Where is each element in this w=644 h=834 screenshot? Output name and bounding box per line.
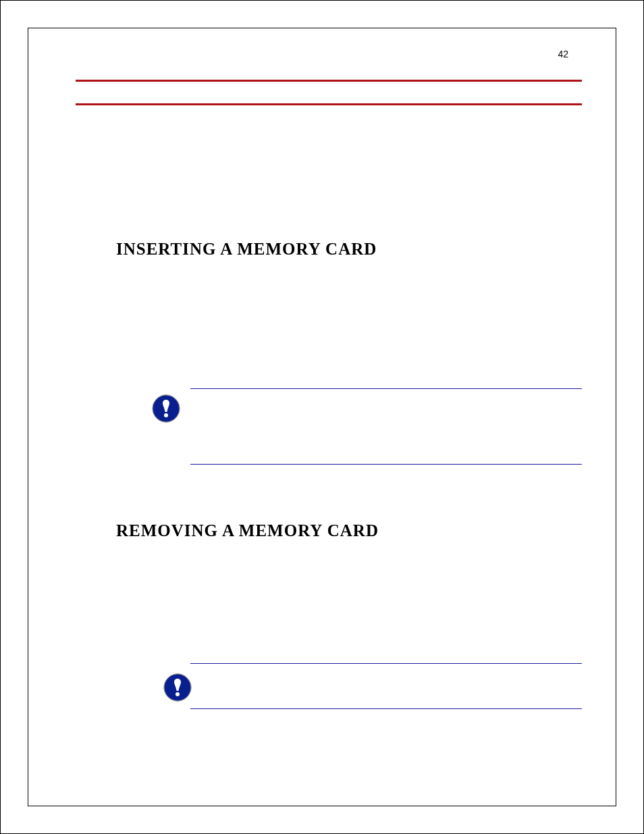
content-area: 42 xyxy=(76,49,582,105)
notice-exclamation-icon xyxy=(163,673,192,702)
divider-rule-top xyxy=(76,80,582,82)
note-box-1 xyxy=(190,388,582,465)
heading-inserting-memory-card: INSERTING A MEMORY CARD xyxy=(116,240,377,259)
note-box-2 xyxy=(190,663,582,709)
inner-frame: 42 INSERTING A MEMORY CARD REMOVING A ME… xyxy=(28,28,616,806)
heading-removing-memory-card: REMOVING A MEMORY CARD xyxy=(116,521,379,540)
notice-exclamation-icon xyxy=(151,394,181,423)
svg-point-5 xyxy=(176,692,180,696)
page-frame: 42 INSERTING A MEMORY CARD REMOVING A ME… xyxy=(0,0,644,834)
page-number: 42 xyxy=(558,49,568,59)
divider-rule-bottom xyxy=(76,103,582,105)
svg-point-2 xyxy=(164,413,168,417)
